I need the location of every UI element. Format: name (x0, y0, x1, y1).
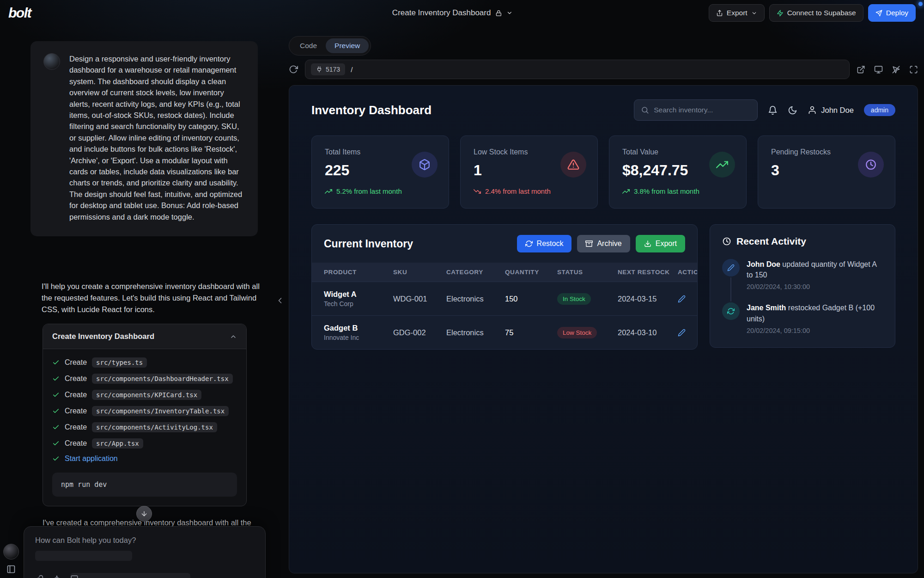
supabase-label: Connect to Supabase (787, 9, 856, 17)
attach-link-icon[interactable] (35, 575, 43, 578)
file-chip[interactable]: src/components/ActivityLog.tsx (92, 422, 217, 432)
url-bar[interactable]: 5173 / (305, 60, 850, 79)
start-application-link[interactable]: Start application (65, 455, 118, 463)
kpi-card-pending-restocks: Pending Restocks 3 (758, 135, 895, 209)
user-avatar (43, 53, 60, 70)
step-action: Create (65, 423, 87, 431)
trending-up-icon (325, 188, 332, 195)
file-chip[interactable]: src/types.ts (92, 357, 147, 368)
inventory-search[interactable] (634, 99, 758, 121)
cell-quantity[interactable]: 75 (505, 328, 557, 337)
port-number: 5173 (326, 66, 340, 73)
activity-item: Jane Smith restocked Gadget B (+100 unit… (722, 302, 883, 336)
refresh-icon (722, 302, 740, 320)
tab-code[interactable]: Code (291, 38, 326, 53)
inspector-off-icon[interactable] (892, 65, 900, 74)
activity-actor: John Doe (747, 260, 780, 268)
dashboard-content-row: Current Inventory Restock Archive (289, 209, 918, 350)
sidebar-toggle-icon[interactable] (6, 565, 16, 574)
step-action: Create (65, 439, 87, 448)
cell-quantity[interactable]: 150 (505, 295, 557, 303)
status-badge: In Stock (557, 293, 591, 305)
notifications-bell-icon[interactable] (768, 105, 778, 115)
artifact-step: Create src/components/InventoryTable.tsx (52, 406, 237, 416)
export-csv-button[interactable]: Export (636, 235, 685, 252)
table-row[interactable]: Widget A Tech Corp WDG-001 Electronics 1… (312, 282, 697, 315)
package-icon (412, 152, 438, 178)
deploy-label: Deploy (886, 9, 908, 17)
port-badge[interactable]: 5173 (311, 63, 345, 75)
edit-row-button[interactable] (678, 295, 697, 303)
activity-item: John Doe updated quantity of Widget A to… (722, 259, 883, 302)
kpi-row: Total Items 225 5.2% from last month Low… (289, 131, 918, 209)
dark-mode-toggle-icon[interactable] (788, 105, 797, 115)
bulk-action-buttons: Restock Archive Export (517, 235, 685, 252)
dashboard-header-actions: John Doe admin (634, 99, 895, 121)
enhance-prompt-icon[interactable] (53, 575, 61, 578)
cell-category: Electronics (446, 328, 505, 337)
activity-time: 20/02/2024, 10:30:00 (747, 283, 883, 290)
activity-header: Recent Activity (722, 236, 883, 247)
export-button[interactable]: Export (709, 4, 765, 22)
file-chip[interactable]: src/components/DashboardHeader.tsx (92, 374, 233, 384)
account-avatar[interactable] (3, 544, 19, 560)
col-status: STATUS (557, 269, 618, 276)
preview-frame: Inventory Dashboard John Doe admin (289, 85, 918, 573)
pencil-icon (722, 259, 740, 277)
lock-icon (495, 10, 502, 17)
cell-sku: GDG-002 (393, 328, 446, 337)
device-preview-icon[interactable] (874, 65, 883, 74)
artifact-header[interactable]: Create Inventory Dashboard (43, 324, 246, 349)
project-title: Create Inventory Dashboard (392, 8, 491, 18)
scroll-to-bottom-button[interactable] (136, 506, 152, 522)
kpi-card-low-stock: Low Stock Items 1 2.4% from last month (460, 135, 598, 209)
trending-down-icon (474, 188, 481, 195)
reload-icon[interactable] (289, 65, 298, 74)
artifact-step: Create src/types.ts (52, 357, 237, 368)
role-badge: admin (864, 104, 895, 116)
inventory-title: Current Inventory (324, 238, 413, 250)
project-title-menu[interactable]: Create Inventory Dashboard (392, 0, 513, 26)
user-menu[interactable]: John Doe (808, 105, 854, 115)
restock-button[interactable]: Restock (517, 235, 572, 252)
assistant-intro-text: I'll help you create a comprehensive inv… (42, 281, 262, 315)
file-chip[interactable]: src/App.tsx (92, 438, 143, 449)
artifact-step: Create src/App.tsx (52, 438, 237, 449)
clock-icon (722, 237, 731, 246)
chat-mode-icon[interactable] (70, 575, 79, 578)
search-input[interactable] (654, 106, 751, 114)
tab-preview[interactable]: Preview (326, 38, 369, 53)
pencil-icon (678, 329, 686, 337)
connect-supabase-button[interactable]: Connect to Supabase (769, 4, 863, 22)
view-switcher: Code Preview (289, 36, 371, 55)
archive-button[interactable]: Archive (577, 235, 630, 252)
deploy-button[interactable]: Deploy (868, 4, 916, 22)
kpi-card-total-items: Total Items 225 5.2% from last month (311, 135, 449, 209)
dashboard-title: Inventory Dashboard (311, 103, 432, 117)
table-row[interactable]: Gadget B Innovate Inc GDG-002 Electronic… (312, 315, 697, 349)
search-icon (641, 106, 649, 114)
product-supplier: Tech Corp (324, 300, 393, 307)
collapse-chat-handle[interactable] (275, 296, 285, 305)
export-label: Export (727, 9, 748, 17)
refresh-icon (525, 240, 533, 247)
clock-icon (858, 152, 884, 178)
file-chip[interactable]: src/components/InventoryTable.tsx (92, 406, 229, 416)
open-external-icon[interactable] (857, 65, 865, 74)
chat-input[interactable] (35, 536, 254, 545)
table-header-row: PRODUCT SKU CATEGORY QUANTITY STATUS NEX… (312, 263, 697, 282)
cell-next-restock: 2024-03-15 (618, 295, 678, 303)
timeline-line (730, 277, 731, 301)
file-chip[interactable]: src/components/KPICard.tsx (92, 390, 201, 400)
fullscreen-icon[interactable] (909, 65, 918, 74)
start-application-step[interactable]: Start application (52, 455, 237, 463)
recent-activity-panel: Recent Activity John Doe updated quantit… (710, 224, 895, 348)
cell-next-restock: 2024-03-10 (618, 328, 678, 337)
edit-row-button[interactable] (678, 329, 697, 337)
workbench: Code Preview 5173 / (289, 36, 918, 573)
arrow-down-icon (140, 510, 148, 517)
bolt-logo[interactable]: bolt (8, 5, 31, 21)
topbar: bolt Create Inventory Dashboard Export C… (0, 0, 924, 26)
chat-input-card (24, 526, 266, 578)
col-category: CATEGORY (446, 269, 505, 276)
